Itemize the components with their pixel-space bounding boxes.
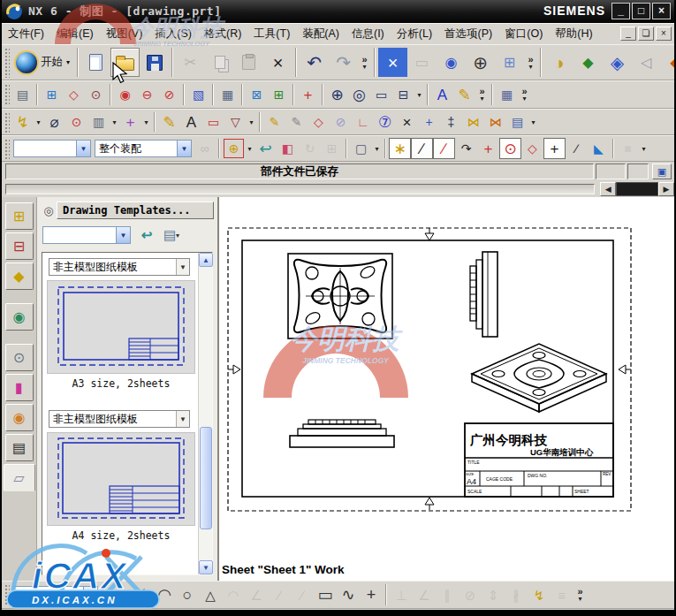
child-close-button[interactable]: × <box>656 27 672 41</box>
arc-button[interactable]: ◠ <box>153 583 176 606</box>
type-filter-combo[interactable]: ▼ <box>13 140 91 157</box>
menu-item-9[interactable]: 分析(L) <box>391 25 438 42</box>
auto-constrain-button[interactable]: ⇕ <box>482 583 505 606</box>
line-button[interactable]: ∕ <box>130 583 153 606</box>
delete-button[interactable]: × <box>263 48 292 77</box>
move-copy-view-button[interactable]: ⊞ <box>268 84 290 105</box>
polygon-button[interactable]: △ <box>199 583 222 606</box>
cylindrical-dimension-button[interactable]: ⌀ <box>43 111 65 133</box>
resource-tab-assembly-navigator[interactable]: ⊞ <box>5 202 34 230</box>
dropdown-caret-icon[interactable]: ▾ <box>245 145 254 153</box>
radial-dimension-button[interactable]: ⊙ <box>65 111 87 133</box>
annotation-preferences-button[interactable]: A <box>431 84 453 105</box>
menu-item-2[interactable]: 编辑(E) <box>50 25 100 42</box>
custom-symbol-button[interactable]: ⋈ <box>484 111 506 133</box>
resource-tab-palettes[interactable]: ▮ <box>5 374 34 401</box>
align-view-button[interactable]: + <box>297 84 319 105</box>
toolbar-overflow-button[interactable]: »▾ <box>475 87 489 103</box>
center-mark-button[interactable]: ⊕ <box>326 84 348 105</box>
tabular-note-button[interactable]: ▦ <box>496 84 518 105</box>
quick-extend-button[interactable]: ∕ <box>291 583 314 606</box>
preview-image-icon[interactable]: ▤▾ <box>161 225 182 245</box>
remove-annotation-button[interactable]: × <box>396 111 418 133</box>
id-symbol-button[interactable]: ◇ <box>308 111 330 133</box>
selection-scope-combo[interactable]: 整个装配▼ <box>95 140 192 157</box>
perpendicular-constraint-button[interactable]: ⊥ <box>390 583 413 606</box>
select-tool-button[interactable]: ◁ <box>632 48 661 77</box>
scroll-left-icon[interactable]: ◀ <box>600 182 616 196</box>
detail-view-button[interactable]: ◉ <box>114 84 136 105</box>
close-button[interactable]: × <box>652 3 671 19</box>
dropdown-caret-icon[interactable]: ▾ <box>110 118 119 126</box>
snap-inferred-point-button[interactable]: ∗ <box>389 138 411 159</box>
resource-tab-drawing-templates[interactable]: ▱ <box>4 464 35 491</box>
resource-tab-roles[interactable]: ◉ <box>5 404 34 431</box>
offset-center-point-button[interactable]: ‡ <box>440 111 462 133</box>
point-button[interactable]: + <box>360 583 383 606</box>
chamfer-button[interactable]: ∠ <box>245 583 268 606</box>
menu-item-10[interactable]: 首选项(P) <box>438 25 498 42</box>
datum-feature-symbol-button[interactable]: ▭ <box>370 84 392 105</box>
redo-button[interactable]: ↷ <box>329 48 358 77</box>
start-menu-button[interactable]: 开始▾ <box>11 50 74 75</box>
child-minimize-button[interactable]: _ <box>620 27 636 41</box>
ordinate-dimension-button[interactable]: + <box>119 111 141 133</box>
new-sheet-button[interactable]: ▤ <box>11 84 34 105</box>
menu-item-12[interactable]: 帮助(H) <box>549 25 598 42</box>
cut-button[interactable]: ✂ <box>176 48 205 77</box>
front-view[interactable] <box>290 420 394 447</box>
rotate-tool-button[interactable]: ↻ <box>299 138 321 159</box>
menu-item-8[interactable]: 信息(I) <box>346 25 391 42</box>
orient-view-button[interactable]: ◈ <box>603 48 632 77</box>
isometric-view[interactable] <box>472 344 606 412</box>
mirror-curve-button[interactable]: ∦ <box>505 583 528 606</box>
toolbar-overflow-button[interactable]: »▾ <box>524 55 537 71</box>
solid-preview-button[interactable]: ■ <box>617 138 639 159</box>
parallel-constraint-button[interactable]: ∥ <box>436 583 459 606</box>
child-restore-button[interactable]: ❏ <box>638 27 654 41</box>
weld-assistant-button[interactable]: ⋈ <box>462 111 484 133</box>
replace-view-button[interactable]: ◆ <box>573 48 603 77</box>
zoom-in-out-button[interactable]: ⊕ <box>466 48 495 77</box>
text-button[interactable]: A <box>180 111 202 133</box>
break-view-button[interactable]: ▦ <box>216 84 239 105</box>
section-line-button[interactable]: ⊠ <box>246 84 268 105</box>
toolbar-grip[interactable] <box>4 83 10 106</box>
half-section-view-button[interactable]: ⊘ <box>158 84 180 105</box>
quick-trim-button[interactable]: ∕ <box>268 583 291 606</box>
template-search-dropdown-icon[interactable]: ▼ <box>116 227 130 243</box>
resource-tab-part-navigator[interactable]: ◆ <box>5 262 34 290</box>
paste-button[interactable] <box>234 48 263 77</box>
highlight-related-button[interactable]: ∞ <box>194 138 216 159</box>
dropdown-caret-icon[interactable]: ▾ <box>528 118 538 126</box>
resource-tab-constraint-navigator[interactable]: ⊟ <box>5 232 34 260</box>
feature-control-frame-button[interactable]: ▭ <box>202 111 224 133</box>
gdt-wizard-button[interactable]: ✎ <box>453 84 475 105</box>
template-thumbnail-a3[interactable] <box>47 280 195 374</box>
edit-appended-text-button[interactable]: ✎ <box>285 111 308 133</box>
resource-tab-history[interactable]: ⊙ <box>5 344 34 371</box>
menu-item-7[interactable]: 装配(A) <box>296 25 346 42</box>
bolt-circle-centerline-button[interactable]: ◎ <box>348 84 370 105</box>
inferred-dimension-button[interactable]: ↯ <box>11 111 34 133</box>
pan-tool-button[interactable]: ⊞ <box>321 138 343 159</box>
angle-constraint-button[interactable]: ∠ <box>413 583 436 606</box>
section-view-button[interactable]: ⊖ <box>136 84 158 105</box>
maximize-button[interactable]: □ <box>632 3 650 19</box>
edit-style-button[interactable]: ✎ <box>263 111 285 133</box>
dropdown-caret-icon[interactable]: ▾ <box>141 118 151 126</box>
fit-view-button[interactable]: × <box>378 48 407 77</box>
zoom-button[interactable]: ◉ <box>437 48 466 77</box>
delete-constraint-button[interactable]: ⊘ <box>459 583 482 606</box>
circle-button[interactable]: ○ <box>176 583 199 606</box>
return-arrow-icon[interactable]: ↩ <box>136 225 157 245</box>
template-thumbnail-a4[interactable] <box>47 432 195 526</box>
deselect-all-button[interactable]: ◧ <box>277 138 299 159</box>
toolbar-grip[interactable] <box>4 138 10 159</box>
surface-finish-symbol-button[interactable]: ▽ <box>224 111 247 133</box>
profile-dimension-button[interactable]: ▥ <box>87 111 110 133</box>
new-file-button[interactable] <box>81 48 110 77</box>
toolbar-overflow-button[interactable]: »▾ <box>358 55 371 71</box>
profile-button[interactable]: ∟ <box>107 583 130 606</box>
undo-last-selection-button[interactable]: ↩ <box>254 138 277 159</box>
